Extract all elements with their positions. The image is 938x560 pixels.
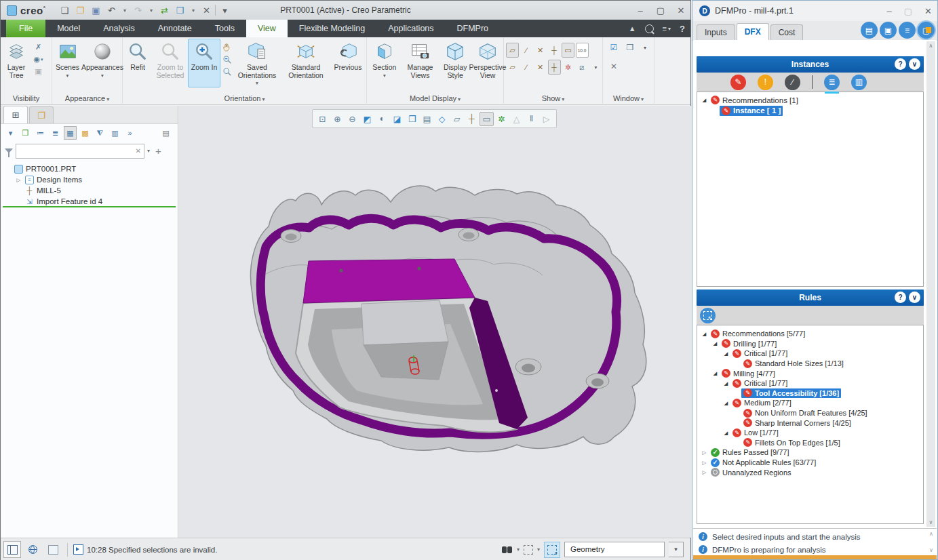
toggle-tree-pane-button[interactable] [3,541,21,558]
dfm-tab-cost[interactable]: Cost [770,24,804,40]
filter-failed-icon[interactable]: ✎ [730,75,746,90]
close-active-window-icon[interactable]: ✕ [607,60,621,73]
rule-milling[interactable]: Milling [4/77] [697,368,923,378]
previous-button[interactable]: Previous [331,39,365,87]
command-list-icon[interactable]: ≡▾ [663,24,671,33]
selection-filter-dropdown-icon[interactable]: ▼ [669,542,684,557]
point-display-icon[interactable]: ✕ [534,43,547,58]
dfmpro-minimize-icon[interactable]: – [887,6,892,16]
blank-pane-button[interactable] [44,541,62,558]
model-tree-tab[interactable]: ⊞ [3,106,28,123]
refit-button[interactable]: Refit [123,39,153,87]
appearances-button[interactable]: Appearances ▾ [83,39,122,87]
help-icon[interactable]: ? [680,24,685,34]
tree-style-icon[interactable]: ≔ [34,126,47,140]
saved-orientations-quick-icon[interactable]: ❒ [405,112,419,126]
group-label-show[interactable]: Show▾ [504,94,602,102]
select-items-button[interactable] [544,542,560,558]
group-label-window[interactable]: Window▾ [603,94,654,102]
expander-icon[interactable] [722,400,730,406]
pan-icon[interactable] [220,41,233,53]
windows-dropdown-icon[interactable]: ▾ [638,41,652,54]
rule-fillets-on-top-edges[interactable]: Fillets On Top Edges [1/5] [697,438,923,448]
saved-orientations-button[interactable]: Saved Orientations ▾ [233,39,281,87]
dfm-tab-inputs[interactable]: Inputs [697,24,735,40]
redo-icon[interactable]: ↷ [131,3,144,17]
clipping-plane-icon[interactable]: ▱ [450,112,464,126]
layer-tree-button[interactable]: Layer Tree [1,39,32,87]
rule-milling-low[interactable]: Low [1/77] [697,428,923,438]
appearances-dropdown-icon[interactable]: ▾ [101,73,104,79]
tree-columns-icon[interactable]: ▦ [64,126,77,140]
rule-non-uniform-draft[interactable]: Non Uniform Draft Features [4/25] [697,408,923,418]
rule-sharp-internal-corners[interactable]: Sharp Internal Corners [4/25] [697,418,923,428]
csys-display-icon[interactable]: ┼ [548,43,561,58]
refit-view-icon[interactable]: ⊡ [315,112,330,126]
expander-icon[interactable] [700,331,709,337]
instances-collapse-icon[interactable]: ∨ [909,58,920,70]
tab-file[interactable]: File [6,20,45,37]
view-list-icon[interactable]: ≣ [824,75,840,90]
scenes-button[interactable]: Scenes ▾ [52,39,83,87]
settings-doc-icon[interactable]: ▤ [159,126,172,140]
open-file-icon[interactable]: ❐ [73,3,87,17]
plane-display-icon[interactable]: ▱ [506,43,519,58]
message-log-icon[interactable] [73,544,83,555]
group-label-orientation[interactable]: Orientation▾ [123,94,366,102]
select-box-dropdown-icon[interactable]: ▾ [537,546,540,553]
folder-browser-tab[interactable]: ❐ [29,106,54,123]
tree-list-icon[interactable]: ≣ [49,126,62,140]
tree-item-design-items[interactable]: Design Items [1,174,178,185]
named-views-icon[interactable]: ◇ [435,112,449,126]
tab-analysis[interactable]: Analysis [92,20,146,37]
display-style-quick-icon[interactable]: ◪ [390,112,404,126]
expander-icon[interactable] [700,449,709,456]
plane-tag-display-icon[interactable]: ▱ [506,60,519,75]
tree-item-prt0001[interactable]: PRT0001.PRT [1,163,178,174]
group-label-model-display[interactable]: Model Display▾ [367,94,503,102]
show-items-icon[interactable]: ❒ [19,126,32,140]
instances-help-icon[interactable]: ? [895,58,906,70]
view-manager-icon[interactable]: ▤ [420,112,434,126]
rule-rules-passed[interactable]: Rules Passed [9/77] [697,447,923,458]
rule-drilling-critical[interactable]: Critical [1/77] [697,348,923,359]
rules-header[interactable]: Rules ? ∨ [697,289,924,306]
graphics-area[interactable]: ⊡⊕⊖◩◐◪❒▤◇▱┼▭✲△‖▷ [179,106,692,538]
dfmpro-close-icon[interactable]: ✕ [924,6,932,16]
rules-help-icon[interactable]: ? [895,292,906,303]
show-more-dropdown-icon[interactable]: ▾ [589,60,602,75]
instances-recommendations-row[interactable]: Recommendations [1] [697,95,923,106]
axis-display-icon[interactable]: ∕ [520,43,533,58]
zoom-out-icon[interactable] [220,54,233,65]
section-dropdown-icon[interactable]: ▾ [383,73,386,79]
expander-icon[interactable] [722,351,730,357]
dfm-tab-dfx[interactable]: DFX [737,23,769,40]
activate-window-checkbox-icon[interactable]: ☑ [607,41,621,54]
instances-header[interactable]: Instances ? ∨ [697,56,924,73]
browser-button[interactable] [24,541,41,558]
datum-display-filter-icon[interactable]: ┼ [465,112,479,126]
search-dropdown-icon[interactable]: ▾ [147,148,150,154]
zoom-to-selected-button[interactable]: Zoom to Selected [153,39,188,87]
tab-tools[interactable]: Tools [203,20,246,37]
clipboard-icon[interactable]: ▣ [880,22,897,39]
zoom-out-view-icon[interactable]: ⊖ [345,112,359,126]
dock-panel-icon[interactable]: ▢ [918,22,935,39]
find-dropdown-icon[interactable]: ▾ [517,546,520,553]
save-icon[interactable]: ▣ [89,3,102,17]
perspective-view-button[interactable]: Perspective View [472,39,503,87]
new-file-icon[interactable]: ❏ [58,3,71,17]
repaint-icon[interactable]: ◩ [360,112,374,126]
view-chart-icon[interactable]: ▥ [851,75,867,90]
expander-icon[interactable] [700,469,709,475]
maximize-icon[interactable]: ▢ [655,5,666,16]
rule-milling-critical[interactable]: Critical [1/77] [697,378,923,388]
tab-flexible-modeling[interactable]: Flexible Modeling [288,20,376,37]
tree-search-input[interactable] [16,145,133,157]
save-status-icon[interactable]: ▣ [32,66,45,77]
spin-center-toggle-icon[interactable]: ✲ [494,112,509,126]
zoom-in-view-icon[interactable]: ⊕ [330,112,345,126]
spin-center-icon[interactable]: ✲ [562,60,574,75]
instances-instance-row[interactable]: Instance [ 1 ] [697,106,923,117]
clip-display-icon[interactable]: ⧄ [576,60,589,75]
